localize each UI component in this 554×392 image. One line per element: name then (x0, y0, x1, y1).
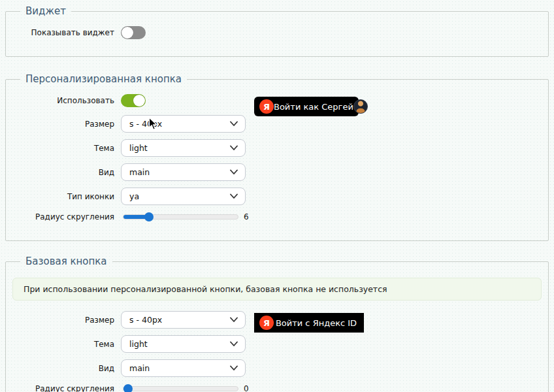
base-theme-select-value: light (129, 339, 148, 349)
user-avatar (353, 99, 368, 114)
icon-type-select[interactable]: ya (121, 188, 246, 205)
base-theme-row: Тема light (12, 335, 542, 353)
base-view-select[interactable]: main (121, 359, 246, 377)
radius-slider[interactable] (123, 214, 238, 220)
show-widget-label: Показывать виджет (12, 28, 114, 37)
slider-thumb[interactable] (144, 212, 154, 221)
base-view-row: Вид main (12, 359, 542, 377)
base-size-select-value: s - 40px (129, 315, 162, 325)
slider-fill (123, 387, 128, 391)
view-select-value: main (129, 167, 150, 177)
widget-section: Виджет Показывать виджет (5, 5, 549, 57)
theme-label: Тема (12, 144, 114, 153)
toggle-knob (133, 95, 145, 106)
radius-row: Радиус скругления 6 (12, 212, 542, 222)
use-toggle[interactable] (121, 94, 146, 107)
base-view-label: Вид (12, 364, 114, 373)
chevron-down-icon (230, 145, 238, 151)
personalized-section-legend: Персонализированная кнопка (20, 73, 187, 85)
base-view-select-value: main (129, 363, 150, 373)
view-select[interactable]: main (121, 163, 246, 181)
chevron-down-icon (230, 193, 238, 199)
base-button-section: Базовая кнопка При использовании персона… (5, 255, 549, 392)
use-label: Использовать (12, 96, 114, 105)
base-button-notice: При использовании персонализированной кн… (12, 278, 542, 301)
personal-login-button-label: Войти как Сергей (274, 102, 353, 112)
base-radius-value: 0 (244, 384, 249, 392)
base-section-legend: Базовая кнопка (20, 255, 112, 267)
size-select[interactable]: s - 40px (121, 115, 246, 133)
yandex-logo-icon: Я (259, 99, 274, 114)
base-theme-select[interactable]: light (121, 335, 246, 353)
view-label: Вид (12, 168, 114, 177)
base-radius-slider[interactable] (123, 386, 238, 391)
toggle-knob (122, 27, 133, 39)
slider-fill (123, 215, 149, 219)
size-select-value: s - 40px (129, 119, 162, 129)
size-label: Размер (12, 120, 114, 129)
personalized-button-section: Персонализированная кнопка Использовать … (5, 73, 549, 241)
base-theme-label: Тема (12, 340, 114, 349)
yandex-personal-login-button[interactable]: Я Войти как Сергей (254, 97, 359, 116)
yandex-logo-icon: Я (259, 316, 274, 330)
view-row: Вид main (12, 163, 542, 181)
theme-select-value: light (129, 143, 148, 153)
base-radius-row: Радиус скругления 0 (12, 384, 542, 392)
chevron-down-icon (230, 121, 238, 127)
base-login-button-label: Войти с Яндекс ID (274, 318, 359, 328)
chevron-down-icon (230, 169, 238, 175)
chevron-down-icon (230, 341, 238, 347)
show-widget-row: Показывать виджет (12, 24, 542, 42)
base-size-label: Размер (12, 316, 114, 325)
chevron-down-icon (230, 365, 238, 371)
size-row: Размер s - 40px (12, 115, 542, 133)
base-radius-label: Радиус скругления (12, 384, 114, 392)
yandex-id-login-button[interactable]: Я Войти с Яндекс ID (254, 313, 364, 333)
icon-type-label: Тип иконки (12, 192, 114, 201)
widget-section-legend: Виджет (20, 5, 71, 17)
radius-label: Радиус скругления (12, 212, 114, 221)
icon-type-select-value: ya (129, 191, 139, 201)
slider-thumb[interactable] (123, 384, 133, 392)
theme-select[interactable]: light (121, 139, 246, 157)
theme-row: Тема light (12, 139, 542, 157)
icon-type-row: Тип иконки ya (12, 188, 542, 205)
base-size-select[interactable]: s - 40px (121, 311, 246, 329)
show-widget-toggle[interactable] (121, 26, 146, 39)
chevron-down-icon (230, 317, 238, 323)
radius-value: 6 (244, 212, 249, 221)
